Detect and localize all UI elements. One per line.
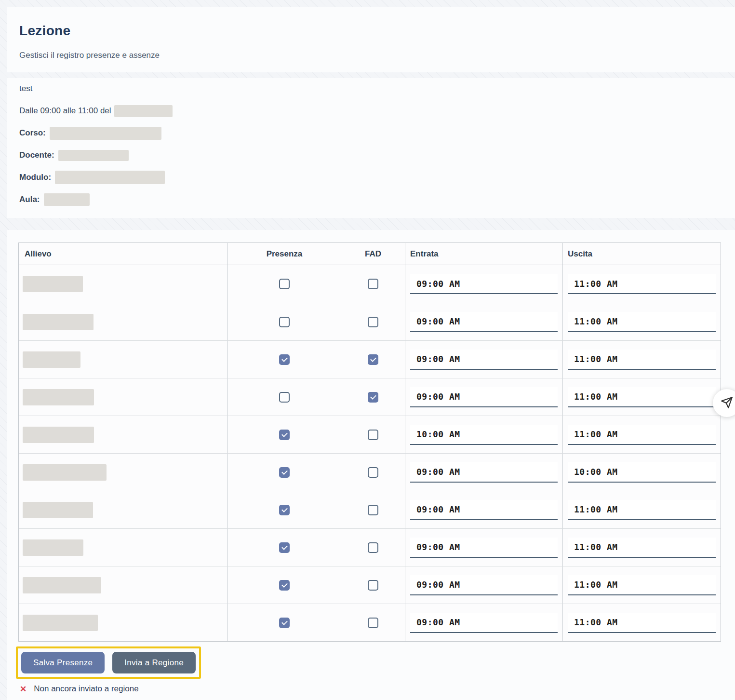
uscita-input[interactable]: [568, 538, 716, 558]
entrata-input[interactable]: [410, 538, 558, 558]
redacted-modulo-value: [55, 171, 165, 184]
region-status-text: Non ancora inviato a regione: [34, 684, 138, 694]
uscita-input[interactable]: [568, 575, 716, 595]
uscita-input[interactable]: [568, 387, 716, 407]
page-header: Lezione Gestisci il registro presenze e …: [7, 7, 735, 72]
redacted-student-name: [23, 389, 94, 405]
table-row: [19, 566, 721, 604]
uscita-input[interactable]: [568, 312, 716, 332]
uscita-input[interactable]: [568, 500, 716, 520]
header-allievo: Allievo: [19, 243, 228, 265]
redacted-student-name: [23, 276, 83, 292]
region-status: ✕ Non ancora inviato a regione: [20, 684, 139, 694]
entrata-input[interactable]: [410, 425, 558, 445]
redacted-student-name: [23, 427, 94, 443]
x-mark-icon: ✕: [20, 685, 27, 693]
entrata-input[interactable]: [410, 575, 558, 595]
table-row: [19, 491, 721, 528]
table-row: [19, 528, 721, 566]
redacted-aula-value: [44, 193, 90, 206]
modulo-label: Modulo:: [19, 173, 51, 182]
lesson-name-text: test: [19, 84, 32, 94]
lesson-field-corso: Corso:: [19, 128, 735, 138]
redacted-student-name: [23, 351, 80, 368]
send-icon: [721, 396, 733, 410]
presenza-checkbox[interactable]: [279, 467, 290, 478]
invia-a-regione-button[interactable]: Invia a Regione: [112, 652, 196, 673]
page-subtitle: Gestisci il registro presenze e assenze: [19, 51, 160, 60]
header-uscita: Uscita: [563, 243, 721, 265]
uscita-input[interactable]: [568, 350, 716, 370]
redacted-student-name: [23, 615, 98, 631]
table-row: [19, 416, 721, 453]
fad-checkbox[interactable]: [368, 392, 378, 403]
table-row: [19, 303, 721, 340]
attendance-table: Allievo Presenza FAD Entrata Uscita: [18, 242, 721, 642]
header-entrata: Entrata: [405, 243, 563, 265]
docente-label: Docente:: [19, 150, 54, 160]
entrata-input[interactable]: [410, 387, 558, 407]
lesson-schedule-text: Dalle 09:00 alle 11:00 del: [19, 106, 111, 116]
highlighted-actions-box: Salva Presenze Invia a Regione: [16, 646, 201, 679]
uscita-input[interactable]: [568, 462, 716, 483]
presenza-checkbox[interactable]: [279, 542, 290, 553]
header-fad: FAD: [341, 243, 405, 265]
redacted-date: [114, 105, 173, 117]
attendance-panel: Allievo Presenza FAD Entrata Uscita: [7, 230, 735, 700]
header-presenza: Presenza: [228, 243, 341, 265]
table-row: [19, 265, 721, 303]
fad-checkbox[interactable]: [368, 279, 378, 289]
entrata-input[interactable]: [410, 613, 558, 633]
lesson-field-modulo: Modulo:: [19, 173, 735, 182]
lesson-field-aula: Aula:: [19, 195, 735, 204]
fad-checkbox[interactable]: [368, 354, 378, 365]
fad-checkbox[interactable]: [368, 467, 378, 478]
entrata-input[interactable]: [410, 312, 558, 332]
entrata-input[interactable]: [410, 350, 558, 370]
uscita-input[interactable]: [568, 613, 716, 633]
table-header-row: Allievo Presenza FAD Entrata Uscita: [19, 243, 721, 265]
redacted-student-name: [23, 577, 101, 593]
uscita-input[interactable]: [568, 274, 716, 294]
table-row: [19, 453, 721, 491]
table-row: [19, 378, 721, 416]
fad-checkbox[interactable]: [368, 618, 378, 628]
salva-presenze-button[interactable]: Salva Presenze: [21, 652, 105, 673]
redacted-student-name: [23, 539, 83, 556]
redacted-student-name: [23, 314, 94, 330]
fad-checkbox[interactable]: [368, 430, 378, 440]
entrata-input[interactable]: [410, 462, 558, 483]
table-row: [19, 340, 721, 378]
presenza-checkbox[interactable]: [279, 354, 290, 365]
entrata-input[interactable]: [410, 274, 558, 294]
fad-checkbox[interactable]: [368, 505, 378, 515]
page-title: Lezione: [19, 23, 70, 39]
redacted-student-name: [23, 464, 107, 481]
lesson-info-panel: test Dalle 09:00 alle 11:00 del Corso: D…: [7, 78, 735, 218]
presenza-checkbox[interactable]: [279, 430, 290, 440]
redacted-student-name: [23, 502, 93, 518]
lesson-name: test: [19, 84, 735, 94]
lesson-field-docente: Docente:: [19, 150, 735, 160]
redacted-docente-value: [58, 150, 129, 161]
lesson-schedule: Dalle 09:00 alle 11:00 del: [19, 106, 735, 116]
presenza-checkbox[interactable]: [279, 580, 290, 591]
entrata-input[interactable]: [410, 500, 558, 520]
fad-checkbox[interactable]: [368, 317, 378, 327]
corso-label: Corso:: [19, 128, 46, 138]
presenza-checkbox[interactable]: [279, 317, 290, 327]
presenza-checkbox[interactable]: [279, 618, 290, 628]
presenza-checkbox[interactable]: [279, 505, 290, 515]
fad-checkbox[interactable]: [368, 542, 378, 553]
fad-checkbox[interactable]: [368, 580, 378, 591]
table-row: [19, 604, 721, 641]
redacted-corso-value: [50, 127, 161, 140]
aula-label: Aula:: [19, 195, 40, 204]
presenza-checkbox[interactable]: [279, 392, 290, 403]
uscita-input[interactable]: [568, 425, 716, 445]
presenza-checkbox[interactable]: [279, 279, 290, 289]
